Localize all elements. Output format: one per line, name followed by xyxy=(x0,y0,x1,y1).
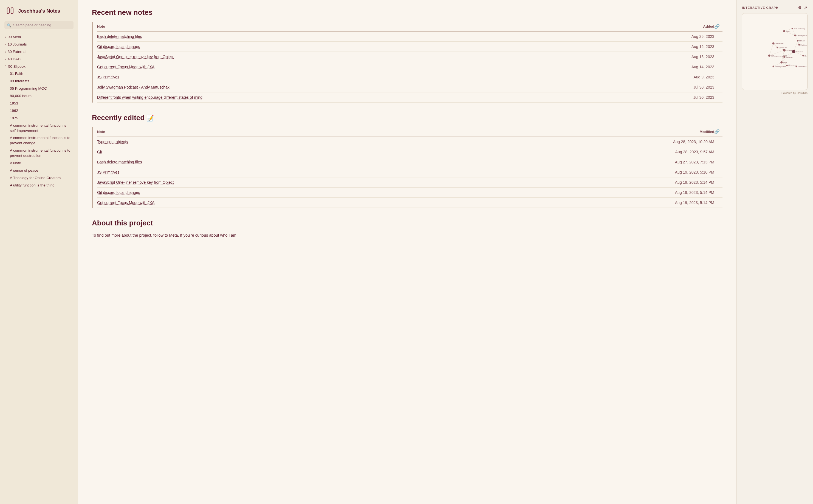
chevron-down-icon: ˅ xyxy=(5,65,7,69)
note-title[interactable]: Get current Focus Mode with JXA xyxy=(97,62,604,72)
svg-text:Self-Leadership: Self-Leadership xyxy=(794,28,805,30)
sidebar-item-1962[interactable]: 1962 xyxy=(1,107,77,115)
sidebar-item-prevent-change[interactable]: A common instrumental function is to pre… xyxy=(1,134,77,147)
col-added-header: Added xyxy=(604,22,714,32)
sidebar-item-50-slipbox[interactable]: ˅ 50 Slipbox xyxy=(1,63,77,70)
note-title[interactable]: JS Primitives xyxy=(97,72,604,82)
recent-notes-section: Note Added 🔗 Bash delete matching files … xyxy=(92,22,722,103)
empty-cell xyxy=(714,32,722,42)
note-date: Aug 27, 2023, 7:13 PM xyxy=(498,157,714,167)
graph-options-icon[interactable]: ⚙ xyxy=(798,5,802,10)
table-row: JavaScript One-liner remove key from Obj… xyxy=(97,52,722,62)
recent-notes-header: Note Added 🔗 xyxy=(97,22,722,32)
svg-text:05 Programming MOC: 05 Programming MOC xyxy=(771,55,787,57)
table-row: Git Aug 28, 2023, 9:57 AM xyxy=(97,147,722,157)
sidebar-item-a-note[interactable]: A Note xyxy=(1,160,77,167)
svg-point-41 xyxy=(768,55,770,57)
note-title[interactable]: JavaScript One-liner remove key from Obj… xyxy=(97,52,604,62)
sidebar-item-01-faith[interactable]: 01 Faith xyxy=(1,70,77,78)
note-title[interactable]: JS Primitives xyxy=(97,167,498,177)
empty-cell xyxy=(714,198,722,208)
note-title[interactable]: Bash delete matching files xyxy=(97,32,604,42)
sidebar-item-1975[interactable]: 1975 xyxy=(1,115,77,122)
note-title[interactable]: Different fonts when writing encourage d… xyxy=(97,92,604,103)
sidebar-item-03-interests[interactable]: 03 Interests xyxy=(1,78,77,85)
svg-point-33 xyxy=(772,42,775,44)
svg-point-25 xyxy=(792,28,793,29)
sidebar-item-10-journals[interactable]: › 10 Journals xyxy=(1,41,77,48)
table-row: JavaScript One-liner remove key from Obj… xyxy=(97,177,722,188)
sidebar-header: Joschhua's Notes xyxy=(0,5,78,21)
svg-text:Recent new files: Recent new files xyxy=(798,66,807,67)
sidebar-item-sense-of-peace[interactable]: A sense of peace xyxy=(1,167,77,174)
svg-point-31 xyxy=(798,44,800,46)
link-icon-th: 🔗 xyxy=(714,22,722,32)
recently-edited-table: Note Modified 🔗 Typescript objects Aug 2… xyxy=(97,127,722,208)
sidebar-item-utility-function[interactable]: A utility function is the thing xyxy=(1,182,77,189)
sidebar-item-40-dnd[interactable]: › 40 D&D xyxy=(1,56,77,63)
svg-text:Contact me: Contact me xyxy=(779,47,787,49)
svg-text:Meta: Meta xyxy=(783,62,787,63)
note-title[interactable]: Git discard local changes xyxy=(97,42,604,52)
sidebar-nav: › 00 Meta › 10 Journals › 30 External › … xyxy=(0,33,78,499)
search-input[interactable] xyxy=(4,21,74,29)
svg-text:Recently read: Recently read xyxy=(804,55,807,57)
table-row: Different fonts when writing encourage d… xyxy=(97,92,722,103)
svg-point-47 xyxy=(780,61,783,64)
graph-container[interactable]: BooksSelf-LeadershipCurrently Reading (A… xyxy=(742,13,808,90)
recently-edited-section: Note Modified 🔗 Typescript objects Aug 2… xyxy=(92,127,722,208)
note-date: Aug 9, 2023 xyxy=(604,72,714,82)
col-note-header2: Note xyxy=(97,127,498,137)
note-title[interactable]: Get current Focus Mode with JXA xyxy=(97,198,498,208)
main-content: Recent new notes Note Added 🔗 Bash delet… xyxy=(78,0,736,504)
table-row: Get current Focus Mode with JXA Aug 19, … xyxy=(97,198,722,208)
graph-expand-icon[interactable]: ↗ xyxy=(804,5,808,10)
sidebar-item-prevent-destruction[interactable]: A common instrumental function is to pre… xyxy=(1,147,77,160)
note-title[interactable]: JavaScript One-liner remove key from Obj… xyxy=(97,177,498,188)
recently-edited-emoji: 📝 xyxy=(146,115,154,121)
graph-svg: BooksSelf-LeadershipCurrently Reading (A… xyxy=(742,13,807,90)
chevron-right-icon: › xyxy=(5,43,6,47)
search-box[interactable]: 🔍 xyxy=(4,21,74,29)
svg-point-27 xyxy=(794,35,796,36)
empty-cell xyxy=(714,157,722,167)
sidebar-item-self-improvement[interactable]: A common instrumental function is self-i… xyxy=(1,122,77,135)
recently-edited-body: Typescript objects Aug 28, 2023, 10:20 A… xyxy=(97,137,722,208)
svg-text:Currently Reading (Auto-Updati: Currently Reading (Auto-Updating) xyxy=(797,35,808,36)
sidebar-item-30-external[interactable]: › 30 External xyxy=(1,48,77,56)
copy-link-icon[interactable]: 🔗 xyxy=(714,24,720,29)
sidebar-item-1953[interactable]: 1953 xyxy=(1,100,77,107)
sidebar-item-theology[interactable]: A Theology for Online Creators xyxy=(1,174,77,182)
sidebar-item-80000-hours[interactable]: 80,000 hours xyxy=(1,92,77,100)
recently-edited-header: Note Modified 🔗 xyxy=(97,127,722,137)
link-icon-th2: 🔗 xyxy=(714,127,722,137)
table-row: Bash delete matching files Aug 27, 2023,… xyxy=(97,157,722,167)
table-row: Git discard local changes Aug 19, 2023, … xyxy=(97,188,722,198)
recently-edited-title: Recently edited 📝 xyxy=(92,114,722,122)
svg-point-37 xyxy=(783,49,786,52)
about-text: To find out more about the project, foll… xyxy=(92,232,722,239)
note-title[interactable]: Jolly Swagman Podcast - Andy Matuschak xyxy=(97,82,604,92)
table-row: Git discard local changes Aug 16, 2023 xyxy=(97,42,722,52)
sidebar-item-05-programming[interactable]: 05 Programming MOC xyxy=(1,85,77,92)
svg-text:Welcome!: Welcome! xyxy=(796,51,803,53)
note-title[interactable]: Git discard local changes xyxy=(97,188,498,198)
powered-by: Powered by Obsidian xyxy=(742,92,808,95)
graph-title-text: INTERACTIVE GRAPH xyxy=(742,6,778,9)
table-row: Get current Focus Mode with JXA Aug 14, … xyxy=(97,62,722,72)
empty-cell xyxy=(714,177,722,188)
sidebar: Joschhua's Notes 🔍 › 00 Meta › 10 Journa… xyxy=(0,0,78,504)
sidebar-item-00-meta[interactable]: › 00 Meta xyxy=(1,33,77,41)
note-title[interactable]: Bash delete matching files xyxy=(97,157,498,167)
recent-notes-title: Recent new notes xyxy=(92,8,722,17)
note-title[interactable]: Git xyxy=(97,147,498,157)
table-row: Typescript objects Aug 28, 2023, 10:20 A… xyxy=(97,137,722,147)
empty-cell xyxy=(714,72,722,82)
copy-link-icon2[interactable]: 🔗 xyxy=(714,129,720,134)
svg-point-45 xyxy=(802,55,804,56)
app-logo-icon xyxy=(5,5,15,17)
svg-point-35 xyxy=(777,47,778,48)
svg-point-53 xyxy=(796,66,797,67)
note-title[interactable]: Typescript objects xyxy=(97,137,498,147)
empty-cell xyxy=(714,62,722,72)
